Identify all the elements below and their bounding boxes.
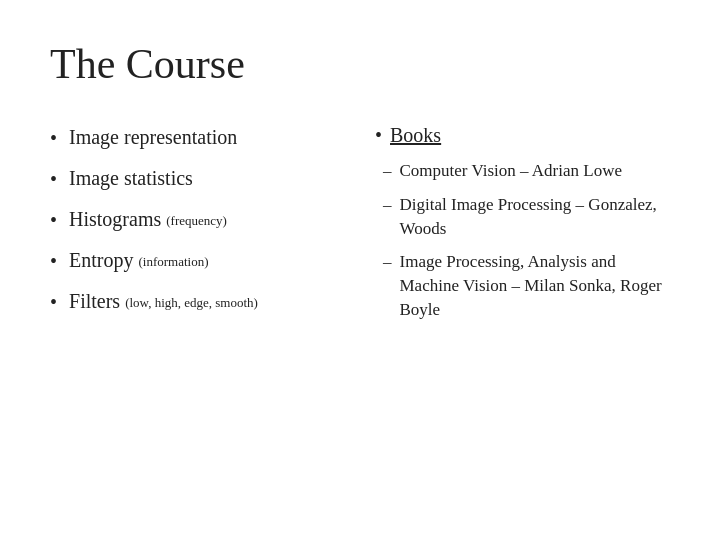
list-item: • Entropy (information) — [50, 247, 345, 274]
sub-dash: – — [383, 250, 392, 274]
sub-dash: – — [383, 193, 392, 217]
list-item: • Histograms (frequency) — [50, 206, 345, 233]
slide-title: The Course — [50, 40, 670, 88]
books-bullet: • — [375, 124, 382, 147]
right-column: • Books – Computer Vision – Adrian Lowe … — [365, 124, 670, 500]
book-entry-2: Digital Image Processing – Gonzalez, Woo… — [400, 193, 671, 241]
book-entry-1: Computer Vision – Adrian Lowe — [400, 159, 622, 183]
sub-dash: – — [383, 159, 392, 183]
slide: The Course • Image representation • Imag… — [0, 0, 720, 540]
bullet-dot: • — [50, 166, 57, 192]
bullet-dot: • — [50, 125, 57, 151]
list-item: – Computer Vision – Adrian Lowe — [383, 159, 670, 183]
list-item: • Image statistics — [50, 165, 345, 192]
books-section: • Books – Computer Vision – Adrian Lowe … — [375, 124, 670, 332]
bullet-text-4: Entropy (information) — [69, 247, 208, 273]
bullet-text-1: Image representation — [69, 124, 237, 150]
list-item: – Digital Image Processing – Gonzalez, W… — [383, 193, 670, 241]
bullet-text-5: Filters (low, high, edge, smooth) — [69, 288, 258, 314]
bullet-list: • Image representation • Image statistic… — [50, 124, 345, 315]
book-entry-3: Image Processing, Analysis and Machine V… — [400, 250, 671, 321]
books-header: • Books — [375, 124, 670, 147]
content-area: • Image representation • Image statistic… — [50, 124, 670, 500]
bullet-text-2: Image statistics — [69, 165, 193, 191]
books-list: – Computer Vision – Adrian Lowe – Digita… — [383, 159, 670, 332]
bullet-dot: • — [50, 207, 57, 233]
list-item: • Image representation — [50, 124, 345, 151]
books-label: Books — [390, 124, 441, 147]
list-item: • Filters (low, high, edge, smooth) — [50, 288, 345, 315]
bullet-dot: • — [50, 289, 57, 315]
bullet-dot: • — [50, 248, 57, 274]
bullet-text-3: Histograms (frequency) — [69, 206, 227, 232]
left-column: • Image representation • Image statistic… — [50, 124, 345, 500]
list-item: – Image Processing, Analysis and Machine… — [383, 250, 670, 321]
